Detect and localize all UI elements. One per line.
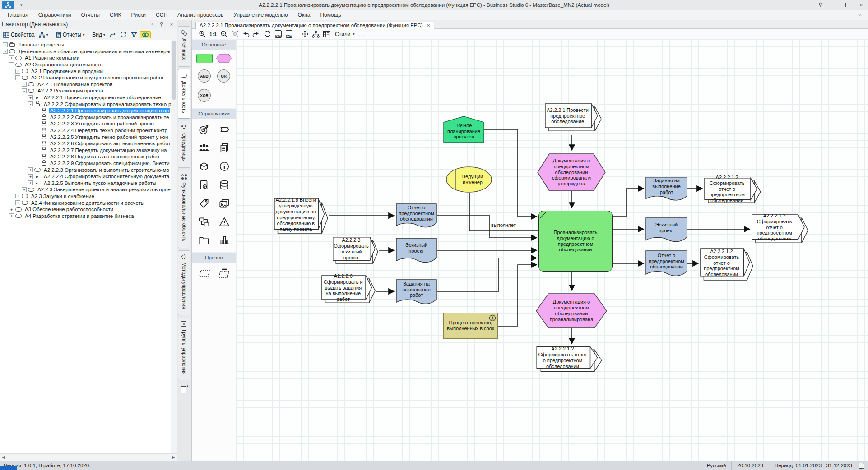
refresh-icon[interactable] [119, 31, 128, 38]
tree-item[interactable]: + A2.3 Закупки и снабжение [0, 193, 171, 200]
activity-icon[interactable] [218, 124, 230, 137]
hierarchy-button[interactable]: ▾ [37, 32, 50, 38]
node-interface-a2221[interactable]: A2.2.2.1 Провести предпроектное обследов… [545, 103, 602, 131]
view-button[interactable]: Вид ▾ [91, 31, 107, 38]
tree-expander-icon[interactable]: - [3, 49, 8, 54]
palette-event-shape[interactable] [216, 54, 232, 63]
current-date[interactable]: 20.10.2023 [731, 461, 769, 470]
minimize-button[interactable]: − [827, 0, 841, 10]
node-function-main[interactable]: Проанализировать документацию о предпрое… [538, 211, 613, 272]
view-dropdown-icon[interactable]: ▾ [103, 33, 105, 37]
notes-icon[interactable] [859, 463, 864, 469]
tree-expander-icon[interactable]: + [28, 167, 33, 172]
node-event-planning[interactable]: Точное планирование проектов [443, 116, 484, 143]
tree-item[interactable]: + A2.2.2.5 Выполнить пуско-наладочные ра… [0, 180, 171, 186]
palette-category-tab[interactable]: Оргединицы [178, 121, 190, 167]
risk-icon[interactable] [218, 216, 230, 229]
folder-icon[interactable] [198, 235, 210, 248]
tree-expander-icon[interactable]: + [28, 95, 33, 100]
tree-item[interactable]: A2.2.2.2.2 Сформировать и проанализирова… [0, 114, 171, 121]
diagram-canvas[interactable]: выполняет Точное планирование проектов A… [236, 39, 868, 461]
tree-expander-icon[interactable]: + [9, 55, 14, 60]
menu-item[interactable]: Отчеты [76, 11, 104, 19]
database-icon[interactable] [218, 179, 230, 192]
period-indicator[interactable]: Период: 01.01.2023 - 31.12.2023 [769, 461, 858, 470]
properties-button[interactable]: Свойства [2, 31, 36, 38]
palette-category-tab[interactable]: Деятельность [178, 69, 190, 119]
menu-item[interactable]: Анализ процессов [172, 11, 228, 19]
node-interface-report-3[interactable]: A2.2.2.1.2 Сформировать отчет о предпрое… [700, 248, 753, 281]
pan-button[interactable] [301, 30, 309, 38]
tree-vertical-scrollbar[interactable] [171, 40, 177, 454]
tree-item[interactable]: + A2.1 Продвижение и продажи [0, 68, 171, 74]
tree-item[interactable]: A2.2.2.2.3 Утвердить техно-рабочий проек… [0, 120, 171, 127]
tree-expander-icon[interactable]: + [22, 82, 27, 87]
tree-item[interactable]: - A2.2.2 Реализация проекта [0, 88, 171, 94]
hierarchy-view-button[interactable] [311, 30, 320, 38]
tree-expander-icon[interactable]: + [15, 69, 20, 74]
menu-item[interactable]: Главная [3, 11, 33, 19]
hierarchy-dropdown-icon[interactable]: ▾ [46, 33, 48, 37]
tree-item[interactable]: A2.2.2.2.7 Передать документацию заказчи… [0, 147, 171, 154]
language-indicator[interactable]: Русский [701, 461, 732, 470]
filter-icon[interactable] [130, 32, 139, 38]
node-event-analyzed[interactable]: Документация о предпроектном обследовани… [536, 293, 607, 328]
tree-expander-icon[interactable]: - [28, 101, 33, 106]
palette-xor-gateway[interactable]: XOR [198, 89, 211, 102]
tree-item[interactable]: + A2.2.3 Завершение проекта и анализ рез… [0, 186, 171, 193]
org-units-icon[interactable] [198, 142, 210, 155]
tree-expander-icon[interactable]: + [22, 187, 27, 192]
tree-item[interactable]: + A2.2.1 Планирование проектов [0, 81, 171, 88]
tree-item[interactable]: - A2.2 Планирование и осуществление прое… [0, 74, 171, 81]
tab-close-icon[interactable]: ✕ [427, 23, 430, 28]
quick-access-toolbar[interactable]: ▾ [20, 3, 23, 7]
tree-expander-icon[interactable]: + [15, 200, 20, 205]
images-icon[interactable] [218, 198, 230, 211]
tree-horizontal-scrollbar[interactable]: ◄ ► [0, 453, 177, 461]
node-doc-tasks-left[interactable]: Задания на выполнение работ [396, 279, 437, 305]
toolbar-overflow[interactable]: ... [359, 31, 365, 37]
tree-expander-icon[interactable]: - [15, 75, 20, 80]
scroll-left-icon[interactable]: ◄ [1, 455, 5, 460]
navigator-close-icon[interactable]: × [168, 22, 175, 28]
close-button[interactable]: × [854, 0, 868, 10]
media-document-icon[interactable] [198, 179, 210, 192]
tree-item[interactable]: + A2.2.2.3 Организовать и выполнить стро… [0, 166, 171, 173]
export-png-button[interactable]: PNG [285, 30, 293, 38]
node-doc-report-left[interactable]: Отчет о предпроектном обследовании [396, 203, 437, 229]
object-icon[interactable] [198, 161, 210, 174]
new-diagram-icon[interactable] [180, 385, 189, 395]
palette-function-shape[interactable] [196, 54, 213, 63]
menu-item[interactable]: Окна [293, 11, 316, 19]
diagram-tab[interactable]: A2.2.2.2.1 Проанализировать документацию… [195, 22, 434, 29]
export-svg-button[interactable]: SVG [274, 30, 282, 38]
styles-button[interactable]: Стили ▾ [333, 30, 357, 38]
redo-button[interactable] [252, 30, 260, 38]
process-transfer-icon[interactable] [198, 216, 210, 229]
palette-category-tab[interactable]: Функциональные объекты [178, 170, 190, 249]
tree-item[interactable]: + Типовые процессы [0, 41, 171, 48]
tree-expander-icon[interactable]: - [22, 88, 27, 93]
reports-dropdown-icon[interactable]: ▾ [83, 33, 84, 37]
menu-item[interactable]: ССП [151, 11, 172, 19]
tree-expander-icon[interactable]: - [9, 62, 14, 67]
node-doc-sketch-right[interactable]: Эскизный проект [645, 217, 687, 243]
node-event-formed[interactable]: Документация о предпроектном обследовани… [537, 153, 606, 191]
node-interface-a2226[interactable]: A2.2.2.6 Сформировать и выдать задания н… [321, 275, 376, 303]
tree-item[interactable]: A2.2.2.2.4 Передать техно-рабочий проект… [0, 127, 171, 134]
tree-item[interactable]: + A2.2.2.1 Провести предпроектное обслед… [0, 94, 171, 101]
zoom-in-button[interactable] [198, 30, 206, 38]
node-interface-report-2[interactable]: A2.2.2.1.2 Сформировать отчет о предпрое… [752, 214, 808, 243]
tree-expander-icon[interactable]: + [15, 194, 20, 198]
palette-category-tab[interactable]: Группы управления [178, 318, 190, 381]
palette-and-gateway[interactable]: AND [198, 69, 211, 83]
tree-item[interactable]: A2.2.2.2.1 Проанализировать документацию… [0, 107, 171, 114]
palette-or-gateway[interactable]: OR [217, 69, 230, 83]
node-interface-report-1[interactable]: A2.2.2.1.2 Сформировать отчет о предпрое… [704, 178, 761, 203]
styles-dropdown-icon[interactable]: ▾ [353, 32, 355, 36]
tree-item[interactable]: A2.2.2.2.8 Подписать акт выполненных раб… [0, 153, 171, 160]
menu-item[interactable]: Управление моделью [228, 11, 292, 19]
tree-item[interactable]: + A4 Разработка стратегии и развитие биз… [0, 212, 171, 219]
menu-item[interactable]: СМК [105, 11, 126, 19]
term-icon[interactable] [198, 198, 210, 211]
